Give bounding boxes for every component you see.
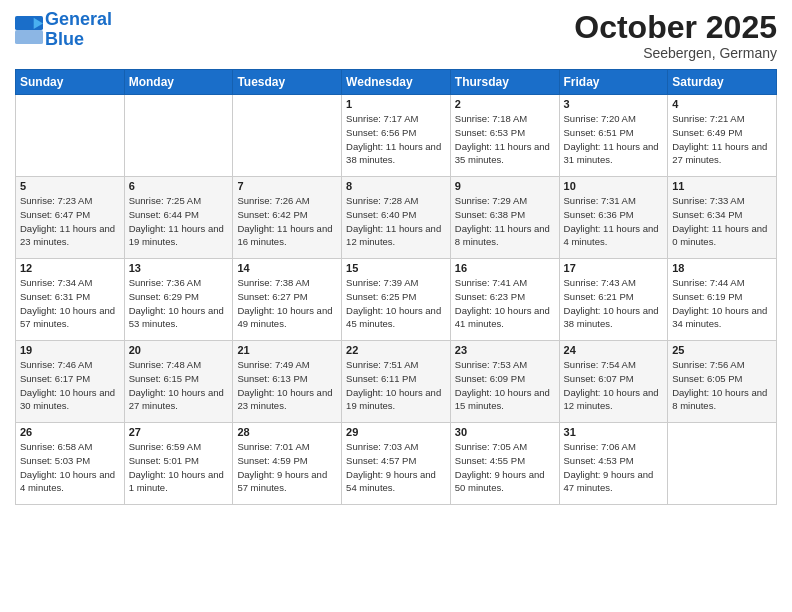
day-number: 23: [455, 344, 555, 356]
calendar-cell: 10Sunrise: 7:31 AMSunset: 6:36 PMDayligh…: [559, 177, 668, 259]
day-number: 12: [20, 262, 120, 274]
logo-icon: [15, 16, 43, 44]
day-info: Sunrise: 7:06 AMSunset: 4:53 PMDaylight:…: [564, 440, 664, 495]
day-info: Sunrise: 7:03 AMSunset: 4:57 PMDaylight:…: [346, 440, 446, 495]
logo-text: General Blue: [45, 10, 112, 50]
day-number: 7: [237, 180, 337, 192]
calendar-cell: 9Sunrise: 7:29 AMSunset: 6:38 PMDaylight…: [450, 177, 559, 259]
calendar-cell: 31Sunrise: 7:06 AMSunset: 4:53 PMDayligh…: [559, 423, 668, 505]
calendar-cell: 7Sunrise: 7:26 AMSunset: 6:42 PMDaylight…: [233, 177, 342, 259]
day-info: Sunrise: 7:28 AMSunset: 6:40 PMDaylight:…: [346, 194, 446, 249]
day-info: Sunrise: 7:29 AMSunset: 6:38 PMDaylight:…: [455, 194, 555, 249]
day-info: Sunrise: 7:38 AMSunset: 6:27 PMDaylight:…: [237, 276, 337, 331]
day-number: 29: [346, 426, 446, 438]
day-number: 25: [672, 344, 772, 356]
calendar-cell: 17Sunrise: 7:43 AMSunset: 6:21 PMDayligh…: [559, 259, 668, 341]
day-number: 13: [129, 262, 229, 274]
day-number: 31: [564, 426, 664, 438]
calendar-cell: 12Sunrise: 7:34 AMSunset: 6:31 PMDayligh…: [16, 259, 125, 341]
calendar-cell: 24Sunrise: 7:54 AMSunset: 6:07 PMDayligh…: [559, 341, 668, 423]
day-number: 19: [20, 344, 120, 356]
day-number: 21: [237, 344, 337, 356]
calendar-cell: [233, 95, 342, 177]
location-subtitle: Seebergen, Germany: [574, 45, 777, 61]
day-info: Sunrise: 7:49 AMSunset: 6:13 PMDaylight:…: [237, 358, 337, 413]
header: General Blue October 2025 Seebergen, Ger…: [15, 10, 777, 61]
calendar-cell: 30Sunrise: 7:05 AMSunset: 4:55 PMDayligh…: [450, 423, 559, 505]
weekday-header: Saturday: [668, 70, 777, 95]
calendar-body: 1Sunrise: 7:17 AMSunset: 6:56 PMDaylight…: [16, 95, 777, 505]
day-info: Sunrise: 7:01 AMSunset: 4:59 PMDaylight:…: [237, 440, 337, 495]
calendar-cell: 29Sunrise: 7:03 AMSunset: 4:57 PMDayligh…: [342, 423, 451, 505]
calendar-cell: 14Sunrise: 7:38 AMSunset: 6:27 PMDayligh…: [233, 259, 342, 341]
day-number: 1: [346, 98, 446, 110]
day-info: Sunrise: 7:44 AMSunset: 6:19 PMDaylight:…: [672, 276, 772, 331]
svg-rect-1: [15, 30, 43, 44]
calendar-week-row: 1Sunrise: 7:17 AMSunset: 6:56 PMDaylight…: [16, 95, 777, 177]
day-info: Sunrise: 6:58 AMSunset: 5:03 PMDaylight:…: [20, 440, 120, 495]
calendar-cell: 11Sunrise: 7:33 AMSunset: 6:34 PMDayligh…: [668, 177, 777, 259]
calendar-week-row: 26Sunrise: 6:58 AMSunset: 5:03 PMDayligh…: [16, 423, 777, 505]
calendar-cell: 19Sunrise: 7:46 AMSunset: 6:17 PMDayligh…: [16, 341, 125, 423]
logo: General Blue: [15, 10, 112, 50]
weekday-header: Wednesday: [342, 70, 451, 95]
calendar-cell: 16Sunrise: 7:41 AMSunset: 6:23 PMDayligh…: [450, 259, 559, 341]
day-info: Sunrise: 7:26 AMSunset: 6:42 PMDaylight:…: [237, 194, 337, 249]
day-info: Sunrise: 7:23 AMSunset: 6:47 PMDaylight:…: [20, 194, 120, 249]
day-info: Sunrise: 7:56 AMSunset: 6:05 PMDaylight:…: [672, 358, 772, 413]
day-number: 16: [455, 262, 555, 274]
day-number: 17: [564, 262, 664, 274]
day-number: 27: [129, 426, 229, 438]
calendar-cell: 18Sunrise: 7:44 AMSunset: 6:19 PMDayligh…: [668, 259, 777, 341]
calendar-table: SundayMondayTuesdayWednesdayThursdayFrid…: [15, 69, 777, 505]
calendar-cell: 8Sunrise: 7:28 AMSunset: 6:40 PMDaylight…: [342, 177, 451, 259]
calendar-cell: 1Sunrise: 7:17 AMSunset: 6:56 PMDaylight…: [342, 95, 451, 177]
calendar-cell: 28Sunrise: 7:01 AMSunset: 4:59 PMDayligh…: [233, 423, 342, 505]
day-number: 9: [455, 180, 555, 192]
day-info: Sunrise: 7:05 AMSunset: 4:55 PMDaylight:…: [455, 440, 555, 495]
day-number: 6: [129, 180, 229, 192]
day-number: 22: [346, 344, 446, 356]
day-info: Sunrise: 7:18 AMSunset: 6:53 PMDaylight:…: [455, 112, 555, 167]
day-info: Sunrise: 7:54 AMSunset: 6:07 PMDaylight:…: [564, 358, 664, 413]
calendar-header: SundayMondayTuesdayWednesdayThursdayFrid…: [16, 70, 777, 95]
day-number: 5: [20, 180, 120, 192]
calendar-cell: 2Sunrise: 7:18 AMSunset: 6:53 PMDaylight…: [450, 95, 559, 177]
calendar-week-row: 19Sunrise: 7:46 AMSunset: 6:17 PMDayligh…: [16, 341, 777, 423]
day-number: 14: [237, 262, 337, 274]
day-info: Sunrise: 7:41 AMSunset: 6:23 PMDaylight:…: [455, 276, 555, 331]
month-title: October 2025: [574, 10, 777, 45]
weekday-header: Friday: [559, 70, 668, 95]
day-info: Sunrise: 7:48 AMSunset: 6:15 PMDaylight:…: [129, 358, 229, 413]
day-number: 18: [672, 262, 772, 274]
calendar-cell: 27Sunrise: 6:59 AMSunset: 5:01 PMDayligh…: [124, 423, 233, 505]
day-info: Sunrise: 7:31 AMSunset: 6:36 PMDaylight:…: [564, 194, 664, 249]
weekday-header: Thursday: [450, 70, 559, 95]
day-number: 10: [564, 180, 664, 192]
day-info: Sunrise: 7:36 AMSunset: 6:29 PMDaylight:…: [129, 276, 229, 331]
day-number: 20: [129, 344, 229, 356]
page: General Blue October 2025 Seebergen, Ger…: [0, 0, 792, 612]
day-info: Sunrise: 7:34 AMSunset: 6:31 PMDaylight:…: [20, 276, 120, 331]
day-number: 8: [346, 180, 446, 192]
calendar-cell: 22Sunrise: 7:51 AMSunset: 6:11 PMDayligh…: [342, 341, 451, 423]
calendar-cell: [124, 95, 233, 177]
day-info: Sunrise: 6:59 AMSunset: 5:01 PMDaylight:…: [129, 440, 229, 495]
calendar-cell: [668, 423, 777, 505]
day-info: Sunrise: 7:33 AMSunset: 6:34 PMDaylight:…: [672, 194, 772, 249]
day-info: Sunrise: 7:53 AMSunset: 6:09 PMDaylight:…: [455, 358, 555, 413]
calendar-cell: 21Sunrise: 7:49 AMSunset: 6:13 PMDayligh…: [233, 341, 342, 423]
day-info: Sunrise: 7:43 AMSunset: 6:21 PMDaylight:…: [564, 276, 664, 331]
weekday-header: Sunday: [16, 70, 125, 95]
day-info: Sunrise: 7:25 AMSunset: 6:44 PMDaylight:…: [129, 194, 229, 249]
day-number: 30: [455, 426, 555, 438]
calendar-cell: 26Sunrise: 6:58 AMSunset: 5:03 PMDayligh…: [16, 423, 125, 505]
calendar-week-row: 12Sunrise: 7:34 AMSunset: 6:31 PMDayligh…: [16, 259, 777, 341]
weekday-header: Tuesday: [233, 70, 342, 95]
calendar-cell: 23Sunrise: 7:53 AMSunset: 6:09 PMDayligh…: [450, 341, 559, 423]
calendar-week-row: 5Sunrise: 7:23 AMSunset: 6:47 PMDaylight…: [16, 177, 777, 259]
day-number: 15: [346, 262, 446, 274]
calendar-cell: 20Sunrise: 7:48 AMSunset: 6:15 PMDayligh…: [124, 341, 233, 423]
calendar-cell: 4Sunrise: 7:21 AMSunset: 6:49 PMDaylight…: [668, 95, 777, 177]
calendar-cell: 25Sunrise: 7:56 AMSunset: 6:05 PMDayligh…: [668, 341, 777, 423]
